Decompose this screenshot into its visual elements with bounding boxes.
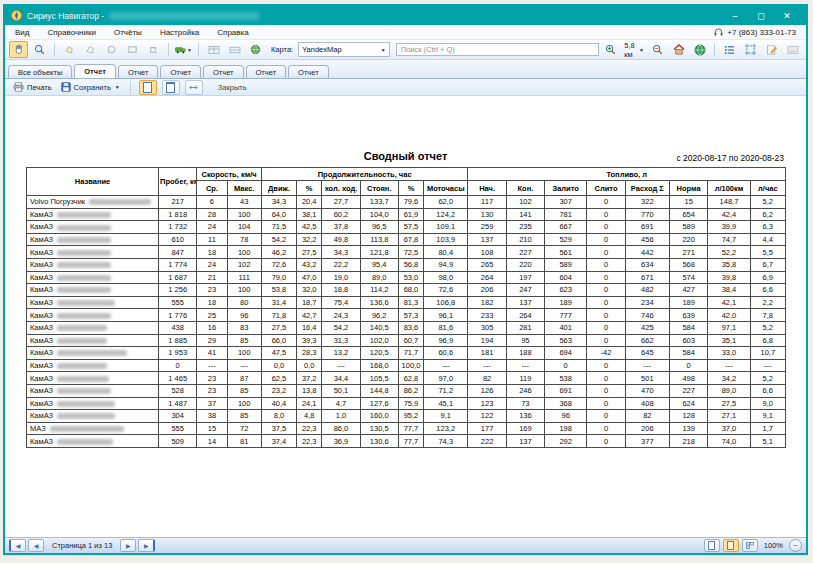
- route-button[interactable]: [144, 41, 163, 58]
- cell-r12-c14: 584: [670, 347, 708, 360]
- cell-r10-c6: 140,5: [360, 321, 398, 334]
- cell-r10-c16: 5,2: [750, 321, 785, 334]
- cell-r0-c15: 148,7: [708, 196, 750, 209]
- print-button[interactable]: Печать: [11, 81, 54, 93]
- vehicle-plate-redacted: [57, 250, 111, 256]
- tab-6[interactable]: Отчет: [288, 65, 329, 78]
- pan-tool-button[interactable]: [9, 41, 28, 58]
- next-page-button[interactable]: ▶: [120, 539, 136, 552]
- tab-3[interactable]: Отчет: [160, 65, 201, 78]
- cell-r7-c6: 114,2: [360, 284, 398, 297]
- cell-r16-c4: 24,1: [297, 397, 322, 410]
- vehicle-name: КамАЗ: [30, 285, 53, 294]
- maximize-button[interactable]: ◻: [748, 8, 774, 23]
- cell-r1-c8: 124,2: [424, 208, 468, 221]
- globe-button[interactable]: [690, 41, 709, 58]
- cell-r11-c9: 194: [468, 334, 506, 347]
- layout-single-button[interactable]: [704, 539, 720, 552]
- tab-5[interactable]: Отчет: [246, 65, 287, 78]
- menu-item-0[interactable]: Вид: [15, 28, 29, 37]
- vehicle-name: КамАЗ: [30, 437, 53, 446]
- view-fit-width-button[interactable]: [185, 80, 203, 95]
- layout-multi-button[interactable]: [742, 539, 758, 552]
- first-page-button[interactable]: ◀: [9, 539, 26, 552]
- grid-view-button[interactable]: [204, 41, 223, 58]
- vehicle-name-cell: КамАЗ: [27, 233, 159, 246]
- cell-r12-c4: 28,3: [297, 347, 322, 360]
- menu-item-1[interactable]: Справочники: [47, 28, 95, 37]
- phone-number: +7 (863) 333-01-73: [727, 28, 796, 37]
- cell-r9-c12: 0: [587, 309, 625, 322]
- window-title-redacted: [109, 12, 259, 20]
- last-page-button[interactable]: ▶: [138, 539, 155, 552]
- edit-note-button[interactable]: [762, 41, 781, 58]
- cell-r11-c15: 35,1: [708, 334, 750, 347]
- vehicle-name-cell: КамАЗ: [27, 347, 159, 360]
- cell-r7-c10: 247: [506, 284, 544, 297]
- search-input[interactable]: [396, 43, 599, 56]
- zoom-out-map-button[interactable]: [648, 41, 667, 58]
- home-button[interactable]: [669, 41, 688, 58]
- vehicle-name-cell: Volvo Погрузчик: [27, 196, 159, 209]
- cell-r17-c6: 160,0: [360, 410, 398, 423]
- cell-r3-c5: 49,8: [322, 233, 360, 246]
- map-scale-select[interactable]: 5,8 км ▼: [624, 41, 644, 59]
- cell-r5-c5: 22,2: [322, 258, 360, 271]
- menu-item-3[interactable]: Настройка: [160, 28, 199, 37]
- cell-r9-c0: 1 776: [159, 309, 197, 322]
- cell-r3-c0: 610: [159, 233, 197, 246]
- cell-r12-c7: 71,7: [398, 347, 423, 360]
- cell-r0-c10: 102: [506, 196, 544, 209]
- view-single-page-button[interactable]: [139, 80, 157, 95]
- cell-r9-c11: 777: [545, 309, 587, 322]
- zoom-in-button[interactable]: [601, 41, 620, 58]
- cell-r16-c13: 408: [625, 397, 669, 410]
- image-button[interactable]: [783, 41, 802, 58]
- table-view-button[interactable]: [225, 41, 244, 58]
- close-button[interactable]: ✕: [774, 8, 800, 23]
- cell-r3-c10: 210: [506, 233, 544, 246]
- zoom-tool-button[interactable]: [30, 41, 49, 58]
- minimize-button[interactable]: –: [722, 8, 748, 23]
- cell-r16-c16: 9,0: [750, 397, 785, 410]
- cell-r13-c4: 0,0: [297, 359, 322, 372]
- close-report-button[interactable]: Закрыть: [218, 83, 247, 92]
- rect-zone-button[interactable]: [123, 41, 142, 58]
- cell-r6-c12: 0: [587, 271, 625, 284]
- tab-2[interactable]: Отчет: [118, 65, 159, 78]
- tab-1-active[interactable]: Отчет: [74, 64, 116, 78]
- vehicle-button[interactable]: ▼: [174, 41, 193, 58]
- zoom-out-report-button[interactable]: −: [789, 539, 802, 552]
- refresh-globe-button[interactable]: [246, 41, 265, 58]
- tab-0[interactable]: Все объекты: [8, 65, 72, 78]
- map-select[interactable]: YandexMap ▼: [298, 42, 390, 57]
- edit-zone-button[interactable]: [60, 41, 79, 58]
- object-list-button[interactable]: [720, 41, 739, 58]
- save-button[interactable]: Сохранить ▼: [59, 81, 122, 93]
- prev-page-button[interactable]: ◀: [28, 539, 44, 552]
- cell-r11-c4: 39,3: [297, 334, 322, 347]
- cell-r2-c13: 691: [625, 221, 669, 234]
- cell-r12-c10: 188: [506, 347, 544, 360]
- view-continuous-button[interactable]: [162, 80, 180, 95]
- cell-r2-c10: 235: [506, 221, 544, 234]
- cell-r5-c6: 95,4: [360, 258, 398, 271]
- circle-zone-button[interactable]: [102, 41, 121, 58]
- cell-r7-c16: 6,6: [750, 284, 785, 297]
- polygon-button[interactable]: [81, 41, 100, 58]
- menu-item-4[interactable]: Справка: [217, 28, 248, 37]
- cell-r15-c12: 0: [587, 384, 625, 397]
- cell-r19-c15: 74,0: [708, 435, 750, 448]
- selection-frame-button[interactable]: [741, 41, 760, 58]
- tab-4[interactable]: Отчет: [203, 65, 244, 78]
- cell-r12-c8: 60,6: [424, 347, 468, 360]
- vehicle-name-cell: КамАЗ: [27, 359, 159, 372]
- menu-item-2[interactable]: Отчёты: [114, 28, 142, 37]
- cell-r7-c8: 72,6: [424, 284, 468, 297]
- cell-r19-c11: 292: [545, 435, 587, 448]
- table-row: КамАЗ1 7742410272,643,222,295,456,894,92…: [27, 258, 786, 271]
- layout-facing-button[interactable]: [723, 539, 739, 552]
- cell-r3-c7: 67,8: [398, 233, 423, 246]
- cell-r10-c4: 16,4: [297, 321, 322, 334]
- cell-r13-c5: ---: [322, 359, 360, 372]
